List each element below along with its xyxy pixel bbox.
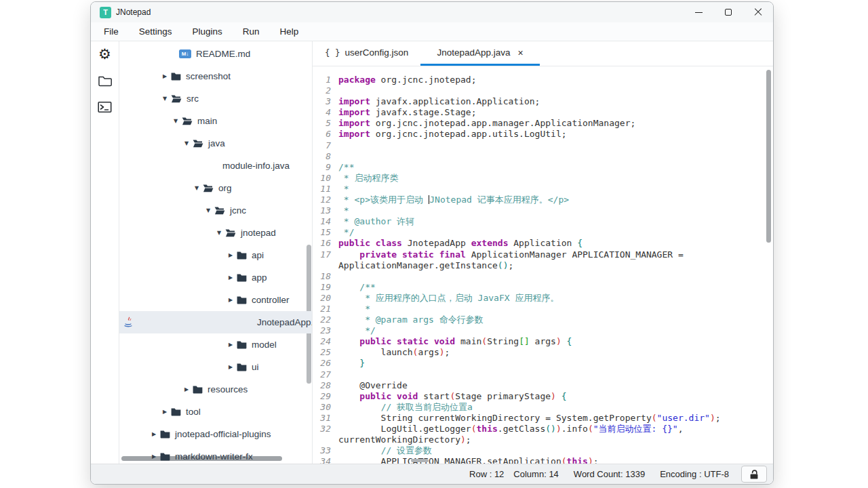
line-number: 34 xyxy=(313,456,331,464)
code-line-content: /** xyxy=(331,162,354,173)
tree-item-readme-md[interactable]: M↓README.md xyxy=(119,43,312,65)
folder-open-icon xyxy=(171,94,182,103)
tab-label: userConfig.json xyxy=(345,47,409,58)
code-line-content xyxy=(331,140,344,151)
tree-item-tool[interactable]: ▶tool xyxy=(119,401,312,423)
folder-icon xyxy=(237,340,247,349)
tree-item-org[interactable]: ▼org xyxy=(119,177,312,199)
line-number: 19 xyxy=(313,282,331,293)
tree-item-app[interactable]: ▶app xyxy=(119,266,312,289)
status-column: Column: 14 xyxy=(513,469,558,479)
tree-item-src[interactable]: ▼src xyxy=(119,87,312,110)
menu-item-settings[interactable]: Settings xyxy=(129,24,182,39)
chevron-right-icon[interactable]: ▶ xyxy=(226,297,235,303)
minimize-button[interactable] xyxy=(684,2,713,22)
file-tree-panel: M↓README.md▶screenshot▼src▼main▼javamodu… xyxy=(119,41,313,464)
settings-gear-icon[interactable]: ⚙ xyxy=(97,46,113,62)
code-line: 31 String currentWorkingDirectory = Syst… xyxy=(313,413,773,424)
title-bar[interactable]: T JNotepad xyxy=(91,2,773,22)
chevron-down-icon[interactable]: ▼ xyxy=(215,230,223,236)
jnotepad-window: T JNotepad FileSettingsPluginsRunHelp ⚙ xyxy=(90,1,774,485)
chevron-down-icon[interactable]: ▼ xyxy=(193,185,201,191)
line-number: 18 xyxy=(313,271,331,282)
editor-horizontal-scrollbar[interactable] xyxy=(411,459,429,462)
line-number: 2 xyxy=(313,85,331,96)
line-number: 29 xyxy=(313,391,331,402)
tree-item-label: jcnc xyxy=(230,205,246,216)
tree-item-controller[interactable]: ▶controller xyxy=(119,289,312,311)
status-encoding: Encoding : UTF-8 xyxy=(660,469,729,479)
line-number: 23 xyxy=(313,325,331,336)
chevron-right-icon[interactable]: ▶ xyxy=(161,73,169,79)
maximize-button[interactable] xyxy=(713,2,743,22)
code-line-content: * @author 许轲 xyxy=(331,216,414,227)
code-line-content: // 获取当前启动位置a xyxy=(331,402,473,413)
tab-close-icon[interactable]: × xyxy=(517,48,523,58)
chevron-right-icon[interactable]: ▶ xyxy=(150,431,158,437)
tree-item-jnotepad[interactable]: ▼jnotepad xyxy=(119,222,312,244)
chevron-down-icon[interactable]: ▼ xyxy=(172,118,180,124)
code-line-content: * <p>该类用于启动 JNotepad 记事本应用程序。</p> xyxy=(331,195,569,205)
tree-item-label: markdown-writer-fx xyxy=(175,451,253,462)
menu-item-run[interactable]: Run xyxy=(233,24,270,39)
lock-toggle-button[interactable] xyxy=(741,466,767,483)
chevron-right-icon[interactable]: ▶ xyxy=(182,386,191,392)
json-braces-icon: { } xyxy=(325,47,340,58)
code-line-content: * 启动程序类 xyxy=(331,173,398,184)
code-line: 14 * @author 许轲 xyxy=(313,216,773,227)
code-line-content: private static final ApplicationManager … xyxy=(331,249,684,260)
tree-item-label: ui xyxy=(252,362,259,372)
tree-item-label: README.md xyxy=(196,49,250,59)
tree-item-java[interactable]: ▼java xyxy=(119,132,312,155)
tree-item-resources[interactable]: ▶resources xyxy=(119,378,312,401)
tab-jnotepadapp-java[interactable]: JnotepadApp.java× xyxy=(420,41,539,66)
code-line: 21 * xyxy=(313,304,773,314)
chevron-down-icon[interactable]: ▼ xyxy=(204,207,212,214)
editor-vertical-scrollbar[interactable] xyxy=(766,70,771,243)
code-editor[interactable]: 1package org.jcnc.jnotepad;2 3import jav… xyxy=(313,66,773,464)
tree-item-screenshot[interactable]: ▶screenshot xyxy=(119,65,312,87)
chevron-right-icon[interactable]: ▶ xyxy=(150,453,158,460)
tree-item-markdown-writer-fx[interactable]: ▶markdown-writer-fx xyxy=(119,445,312,464)
tab-userconfig-json[interactable]: { }userConfig.json xyxy=(313,41,420,66)
tree-item-label: resources xyxy=(208,384,248,394)
chevron-right-icon[interactable]: ▶ xyxy=(226,274,235,281)
menu-item-plugins[interactable]: Plugins xyxy=(182,24,233,39)
folder-icon xyxy=(171,407,181,416)
tree-item-jcnc[interactable]: ▼jcnc xyxy=(119,199,312,222)
line-number: 22 xyxy=(313,314,331,325)
code-line-content: APPLICATION_MANAGER.setApplication(this)… xyxy=(331,456,599,464)
chevron-down-icon[interactable]: ▼ xyxy=(182,140,191,146)
chevron-right-icon[interactable]: ▶ xyxy=(226,342,235,348)
tree-item-ui[interactable]: ▶ui xyxy=(119,356,312,378)
code-line: 19 /** xyxy=(313,282,773,293)
code-line: 10 * 启动程序类 xyxy=(313,173,773,184)
line-number xyxy=(313,434,331,445)
chevron-down-icon[interactable]: ▼ xyxy=(161,96,169,102)
line-number: 12 xyxy=(313,195,331,205)
chevron-right-icon[interactable]: ▶ xyxy=(226,252,235,258)
menu-item-file[interactable]: File xyxy=(94,24,129,39)
tree-item-model[interactable]: ▶model xyxy=(119,333,312,356)
tree-item-module-info-java[interactable]: module-info.java xyxy=(119,155,312,177)
status-row: Row : 12 xyxy=(469,469,504,479)
unlocked-padlock-icon xyxy=(749,469,760,480)
code-line: 15 */ xyxy=(313,227,773,238)
menu-item-help[interactable]: Help xyxy=(270,24,309,39)
code-line: 9/** xyxy=(313,162,773,173)
tree-item-label: controller xyxy=(252,295,290,305)
tree-item-jnotepadapp-java[interactable]: JnotepadApp.java xyxy=(119,311,312,333)
line-number: 3 xyxy=(313,96,331,107)
chevron-right-icon[interactable]: ▶ xyxy=(226,364,235,370)
window-body: ⚙ M↓README.md▶screenshot▼src▼main▼javamo… xyxy=(91,41,773,464)
code-line-content: */ xyxy=(331,325,376,336)
folder-icon[interactable] xyxy=(97,73,113,89)
tree-item-label: screenshot xyxy=(186,71,231,81)
close-button[interactable] xyxy=(743,2,773,22)
tree-item-main[interactable]: ▼main xyxy=(119,110,312,132)
chevron-right-icon[interactable]: ▶ xyxy=(161,409,169,415)
code-line: 20 * 应用程序的入口点，启动 JavaFX 应用程序。 xyxy=(313,293,773,304)
tree-item-api[interactable]: ▶api xyxy=(119,244,312,266)
tree-item-jnotepad-official-plugins[interactable]: ▶jnotepad-official-plugins xyxy=(119,423,312,445)
terminal-icon[interactable] xyxy=(97,99,113,115)
